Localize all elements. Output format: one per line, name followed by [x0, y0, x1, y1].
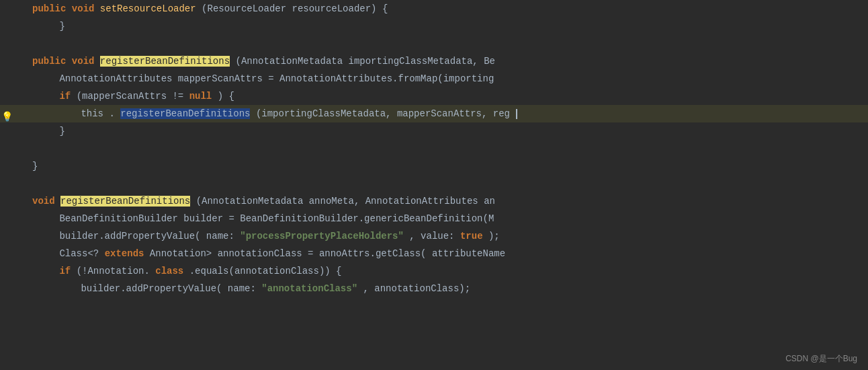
- line-content-12: void registerBeanDefinitions (Annotation…: [27, 193, 868, 209]
- code-line-5: AnnotationAttributes mapperScanAttrs = A…: [0, 70, 868, 87]
- method-name: setResourceLoader: [100, 3, 196, 14]
- line-content-7: this . registerBeanDefinitions (importin…: [27, 106, 868, 122]
- highlighted-method-1: registerBeanDefinitions: [100, 56, 230, 67]
- code-line-13: BeanDefinitionBuilder builder = BeanDefi…: [0, 210, 868, 227]
- code-line-15: Class<? extends Annotation> annotationCl…: [0, 245, 868, 262]
- code-line-12: void registerBeanDefinitions (Annotation…: [0, 192, 868, 210]
- code-line-1: public void setResourceLoader (ResourceL…: [0, 0, 868, 17]
- string-annotationClass: "annotationClass": [261, 283, 357, 294]
- lightbulb-icon: 💡: [1, 111, 13, 122]
- code-line-17: builder.addPropertyValue( name: "annotat…: [0, 280, 868, 297]
- code-line-11: [0, 175, 868, 192]
- this-keyword: this: [81, 108, 103, 119]
- line-content-6: if (mapperScanAttrs != null ) {: [27, 88, 868, 104]
- line-content-8: }: [27, 123, 868, 139]
- code-line-16: if (!Annotation. class .equals(annotatio…: [0, 262, 868, 280]
- keyword-extends: extends: [105, 248, 144, 259]
- keyword-void2: void: [72, 56, 95, 67]
- line-content-9: [27, 141, 868, 157]
- code-line-6: if (mapperScanAttrs != null ) {: [0, 87, 868, 105]
- highlighted-method-2: registerBeanDefinitions: [60, 196, 190, 207]
- line-content-15: Class<? extends Annotation> annotationCl…: [27, 246, 868, 262]
- line-content-14: builder.addPropertyValue( name: "process…: [27, 228, 868, 244]
- line-content-11: [27, 176, 868, 192]
- keyword-void3: void: [32, 196, 55, 207]
- code-line-9: [0, 140, 868, 157]
- line-content-4: public void registerBeanDefinitions (Ann…: [27, 53, 868, 69]
- keyword-public2: public: [32, 56, 66, 67]
- code-line-8: }: [0, 122, 868, 140]
- keyword-if2: if: [59, 266, 71, 276]
- text-cursor: [516, 109, 517, 119]
- code-line-2: }: [0, 17, 868, 35]
- line-content-5: AnnotationAttributes mapperScanAttrs = A…: [27, 71, 868, 87]
- keyword-void: void: [72, 3, 95, 14]
- line-content-1: public void setResourceLoader (ResourceL…: [27, 1, 868, 17]
- code-line-3: [0, 35, 868, 52]
- code-editor: public void setResourceLoader (ResourceL…: [0, 0, 868, 370]
- line-content-10: }: [27, 158, 868, 174]
- keyword-true: true: [460, 231, 483, 242]
- keyword-class: class: [155, 266, 183, 276]
- code-line-14: builder.addPropertyValue( name: "process…: [0, 227, 868, 245]
- keyword-public: public: [32, 3, 66, 14]
- line-content-13: BeanDefinitionBuilder builder = BeanDefi…: [27, 211, 868, 227]
- watermark: CSDN @是一个Bug: [785, 353, 857, 365]
- keyword-null: null: [189, 91, 212, 102]
- string-processPropertyPlaceHolders: "processPropertyPlaceHolders": [240, 231, 404, 242]
- code-line-10: }: [0, 157, 868, 175]
- line-content-2: }: [27, 18, 868, 34]
- highlighted-method-blue: registerBeanDefinitions: [120, 108, 250, 119]
- code-line-4: public void registerBeanDefinitions (Ann…: [0, 52, 868, 70]
- line-content-17: builder.addPropertyValue( name: "annotat…: [27, 281, 868, 297]
- code-line-7: 💡 this . registerBeanDefinitions (import…: [0, 105, 868, 122]
- keyword-if: if: [59, 91, 71, 102]
- line-content-16: if (!Annotation. class .equals(annotatio…: [27, 263, 868, 279]
- line-content-3: [27, 36, 868, 52]
